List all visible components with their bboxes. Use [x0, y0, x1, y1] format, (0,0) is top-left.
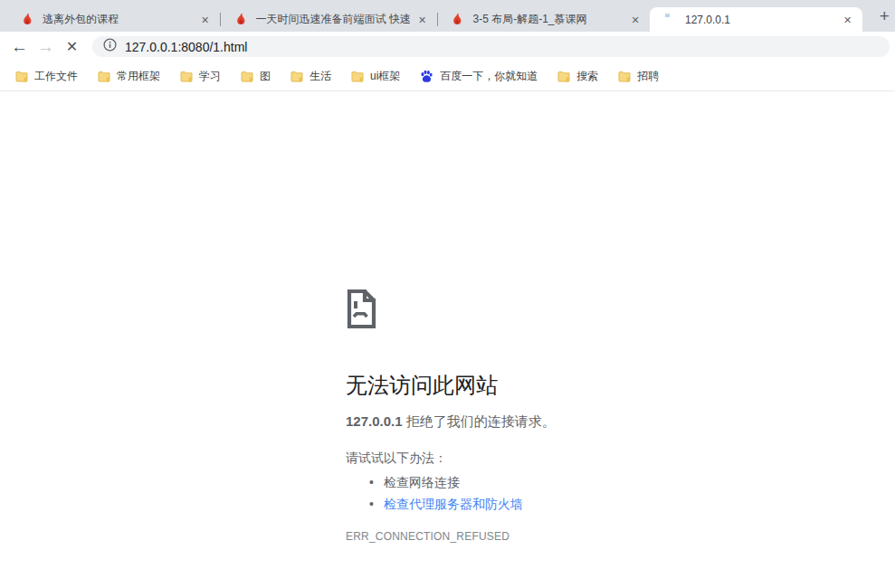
error-host: 127.0.0.1 [346, 413, 403, 429]
proxy-firewall-link[interactable]: 检查代理服务器和防火墙 [384, 497, 523, 511]
new-tab-button[interactable]: + [874, 5, 895, 27]
bookmark-folder[interactable]: 生活 [284, 66, 338, 87]
suggestion-item: 检查网络连接 [346, 471, 523, 493]
bookmark-label: 百度一下，你就知道 [440, 69, 538, 84]
tab-4-active[interactable]: 127.0.0.1 ✕ [650, 7, 862, 32]
flame-icon [450, 13, 464, 27]
tab-3[interactable]: 3-5 布局-解题-1_慕课网 ✕ [437, 7, 650, 32]
bookmark-label: 招聘 [637, 69, 659, 84]
folder-icon [351, 71, 364, 82]
folder-icon [98, 71, 110, 82]
bookmark-folder[interactable]: 学习 [174, 66, 227, 87]
toolbar: ← → ✕ 127.0.0.1:8080/1.html [0, 32, 895, 62]
folder-icon [618, 71, 631, 82]
tab-1[interactable]: 逃离外包的课程 ✕ [7, 7, 220, 32]
url-text[interactable]: 127.0.0.1:8080/1.html [125, 40, 247, 54]
bookmark-label: 学习 [199, 69, 221, 84]
bookmark-folder[interactable]: 常用框架 [91, 66, 167, 87]
error-title: 无法访问此网站 [346, 371, 498, 400]
folder-icon [15, 71, 28, 82]
forward-button: → [33, 34, 59, 60]
folder-icon [557, 71, 570, 82]
tab-strip: 逃离外包的课程 ✕ 一天时间迅速准备前端面试 快速掌 ✕ 3-5 布局-解题-1… [0, 0, 895, 32]
bookmark-folder[interactable]: 招聘 [612, 66, 665, 87]
baidu-paw-icon [420, 70, 433, 83]
bookmark-folder[interactable]: 图 [234, 66, 277, 87]
address-bar[interactable]: 127.0.0.1:8080/1.html [92, 36, 890, 57]
bookmark-label: 常用框架 [117, 69, 160, 84]
flame-icon [20, 13, 34, 27]
flame-icon [233, 13, 248, 27]
stop-button[interactable]: ✕ [59, 34, 85, 60]
back-button[interactable]: ← [6, 34, 33, 60]
error-code: ERR_CONNECTION_REFUSED [346, 530, 509, 543]
bookmark-label: 搜索 [576, 69, 598, 84]
error-page: 无法访问此网站 127.0.0.1 拒绝了我们的连接请求。 请试试以下办法： 检… [0, 91, 895, 587]
sad-page-icon [347, 289, 376, 333]
error-message: 127.0.0.1 拒绝了我们的连接请求。 [346, 413, 556, 431]
bookmark-folder[interactable]: 搜索 [551, 66, 605, 87]
bookmark-folder[interactable]: ui框架 [345, 66, 406, 87]
close-icon[interactable]: ✕ [198, 13, 213, 27]
bookmark-label: 生活 [309, 69, 331, 84]
tab-title: 3-5 布局-解题-1_慕课网 [472, 12, 623, 27]
bookmark-label: ui框架 [370, 69, 400, 84]
bookmark-label: 工作文件 [34, 69, 78, 84]
tab-title: 一天时间迅速准备前端面试 快速掌 [256, 12, 410, 27]
bookmarks-bar: 工作文件 常用框架 学习 图 生活 ui框架 百度一下，你就知道 搜索 招聘 [0, 62, 895, 91]
blank-favicon [662, 13, 677, 27]
close-icon[interactable]: ✕ [841, 13, 855, 27]
page-info-icon[interactable] [103, 38, 117, 55]
bookmark-baidu[interactable]: 百度一下，你就知道 [414, 66, 544, 87]
bookmark-label: 图 [260, 69, 271, 84]
suggestions-title: 请试试以下办法： [346, 450, 447, 467]
suggestions-list: 检查网络连接 检查代理服务器和防火墙 [346, 471, 523, 515]
folder-icon [241, 71, 253, 82]
close-icon[interactable]: ✕ [415, 13, 430, 27]
folder-icon [290, 71, 303, 82]
suggestion-item: 检查代理服务器和防火墙 [346, 493, 523, 515]
folder-icon [180, 71, 193, 82]
tab-title: 127.0.0.1 [685, 14, 835, 26]
close-icon[interactable]: ✕ [628, 13, 643, 27]
tab-2[interactable]: 一天时间迅速准备前端面试 快速掌 ✕ [221, 7, 437, 32]
bookmark-folder[interactable]: 工作文件 [9, 66, 84, 87]
tab-title: 逃离外包的课程 [43, 12, 193, 27]
